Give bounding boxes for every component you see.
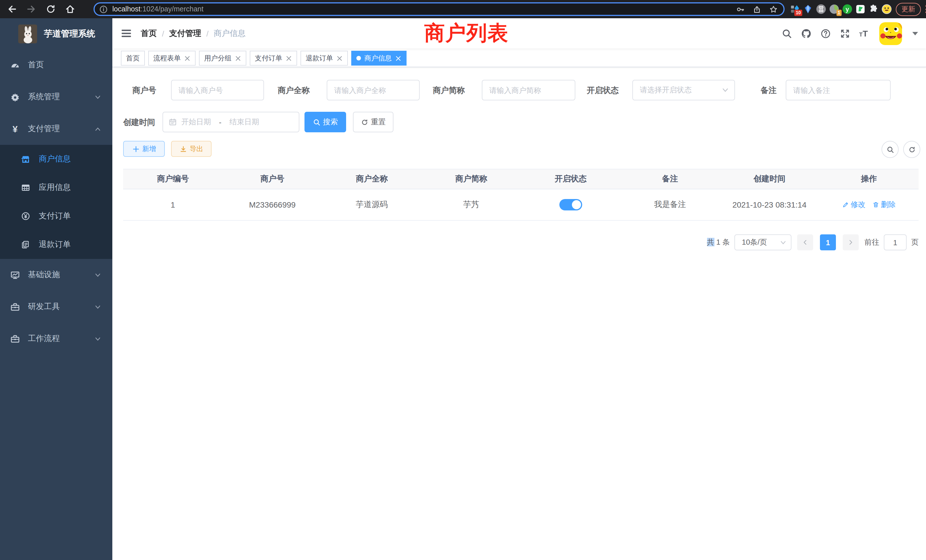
prev-page-button[interactable] [797, 235, 813, 250]
hamburger-icon[interactable] [121, 28, 132, 39]
filter-label-merchant-no: 商户号 [132, 80, 156, 100]
avatar-caret-down-icon[interactable] [912, 32, 918, 35]
merchant-name-input[interactable] [327, 80, 419, 100]
cell-short-name: 芋艿 [421, 200, 521, 210]
refresh-table-button[interactable] [903, 141, 920, 158]
sidebar-item-merchant-info[interactable]: 商户信息 [0, 145, 112, 173]
navbar-actions: TT [781, 18, 918, 48]
create-time-range-picker[interactable]: 开始日期 - 结束日期 [162, 112, 300, 132]
export-button[interactable]: 导出 [171, 141, 212, 157]
next-page-button[interactable] [843, 235, 859, 250]
site-info-icon[interactable] [99, 5, 108, 14]
close-icon[interactable] [184, 55, 191, 61]
sidebar-item-infrastructure[interactable]: 基础设施 [0, 259, 112, 291]
add-button-label: 新增 [142, 144, 156, 154]
merchant-no-input-wrap [171, 80, 264, 100]
filter-label-status: 开启状态 [587, 80, 619, 100]
tab-refund-order[interactable]: 退款订单 [301, 51, 348, 65]
toggle-search-button[interactable] [882, 141, 899, 158]
tab-user-group[interactable]: 用户分组 [199, 51, 246, 65]
app-logo-row[interactable]: 芋道管理系统 [0, 18, 112, 49]
tab-process-form[interactable]: 流程表单 [148, 51, 195, 65]
sidebar-item-pay-order[interactable]: 支付订单 [0, 202, 112, 230]
screen: localhost:1024/pay/merchant 10 1 [0, 0, 926, 560]
trash-icon [872, 201, 879, 208]
extension-note-icon[interactable] [855, 4, 865, 14]
reset-button[interactable]: 重置 [353, 112, 393, 132]
fullscreen-icon[interactable] [840, 28, 850, 38]
browser-back-icon[interactable] [7, 4, 17, 14]
sidebar-item-refund-order[interactable]: 退款订单 [0, 230, 112, 259]
sidebar-submenu-payment: 商户信息 应用信息 支付订单 退款订单 [0, 145, 112, 259]
tab-merchant-info[interactable]: 商户信息 [351, 51, 407, 65]
bookmark-star-icon[interactable] [769, 5, 778, 14]
extension-badge: 1 [836, 10, 841, 16]
sidebar-item-system[interactable]: 系统管理 [0, 81, 112, 113]
delete-link[interactable]: 删除 [872, 200, 896, 210]
merchant-table: 商户编号 商户号 商户全称 商户简称 开启状态 备注 创建时间 操作 1 M23… [123, 169, 918, 221]
github-icon[interactable] [801, 28, 811, 38]
extension-blocks-icon[interactable]: 10 [790, 4, 800, 14]
tab-label: 支付订单 [255, 53, 282, 63]
search-icon [313, 118, 320, 126]
breadcrumb-separator: / [162, 29, 164, 38]
filter-label-merchant-short-name: 商户简称 [433, 80, 465, 100]
page-size-select[interactable]: 10条/页 [734, 235, 791, 250]
profile-emoji-avatar[interactable] [882, 4, 892, 14]
cell-actions: 修改 删除 [819, 200, 918, 210]
dashboard-icon [10, 60, 20, 70]
sidebar-item-workflow[interactable]: 工作流程 [0, 323, 112, 355]
extension-pie-icon[interactable]: 1 [829, 4, 839, 14]
total-prefix: 共 [707, 238, 714, 246]
total-count: 1 [716, 238, 720, 246]
chevron-down-icon [780, 239, 786, 245]
merchant-no-input[interactable] [172, 80, 263, 100]
browser-home-icon[interactable] [65, 4, 75, 14]
browser-reload-icon[interactable] [45, 4, 56, 14]
goto-page-input[interactable] [884, 235, 906, 250]
extension-gem-icon[interactable] [803, 4, 813, 14]
close-icon[interactable] [395, 55, 401, 61]
browser-forward-icon[interactable] [26, 4, 36, 14]
close-icon[interactable] [235, 55, 241, 61]
chevron-down-icon [95, 336, 101, 342]
export-button-label: 导出 [189, 144, 203, 154]
chevron-down-icon [95, 272, 101, 278]
breadcrumb-payment[interactable]: 支付管理 [169, 28, 201, 38]
browser-update-button[interactable]: 更新 [896, 3, 921, 16]
tab-home[interactable]: 首页 [121, 51, 145, 65]
breadcrumb-home[interactable]: 首页 [141, 28, 157, 38]
page-1-button[interactable]: 1 [820, 235, 836, 250]
close-icon[interactable] [336, 55, 343, 61]
sidebar-item-app-info[interactable]: 应用信息 [0, 173, 112, 202]
edit-link[interactable]: 修改 [842, 200, 865, 210]
sidebar-item-payment[interactable]: ¥ 支付管理 [0, 113, 112, 145]
search-icon[interactable] [781, 28, 792, 38]
col-header-remark: 备注 [620, 174, 720, 184]
extensions-puzzle-icon[interactable] [869, 4, 879, 14]
sidebar-item-dev-tools[interactable]: 研发工具 [0, 291, 112, 323]
status-toggle[interactable] [559, 199, 582, 210]
close-icon[interactable] [286, 55, 292, 61]
search-button[interactable]: 搜索 [304, 112, 346, 132]
tab-label: 退款订单 [306, 53, 333, 63]
extension-command-icon[interactable] [816, 4, 826, 14]
extension-y-icon[interactable]: y [842, 4, 852, 14]
share-icon[interactable] [753, 5, 761, 14]
status-select[interactable]: 请选择开启状态 [632, 80, 735, 100]
tab-pay-order[interactable]: 支付订单 [250, 51, 297, 65]
add-button[interactable]: 新增 [123, 141, 165, 157]
app-title: 芋道管理系统 [44, 28, 95, 39]
address-bar[interactable]: localhost:1024/pay/merchant [94, 2, 785, 16]
help-icon[interactable] [820, 28, 831, 38]
download-icon [179, 145, 187, 153]
remark-input[interactable] [786, 80, 890, 100]
chevron-down-icon [722, 87, 729, 94]
user-avatar-pikachu[interactable] [879, 22, 902, 45]
browser-menu-icon[interactable] [923, 5, 926, 13]
password-key-icon[interactable] [736, 5, 745, 14]
delete-link-label: 删除 [881, 200, 896, 210]
merchant-short-name-input[interactable] [483, 80, 575, 100]
sidebar-item-home[interactable]: 首页 [0, 49, 112, 81]
font-size-icon[interactable]: TT [859, 29, 868, 38]
